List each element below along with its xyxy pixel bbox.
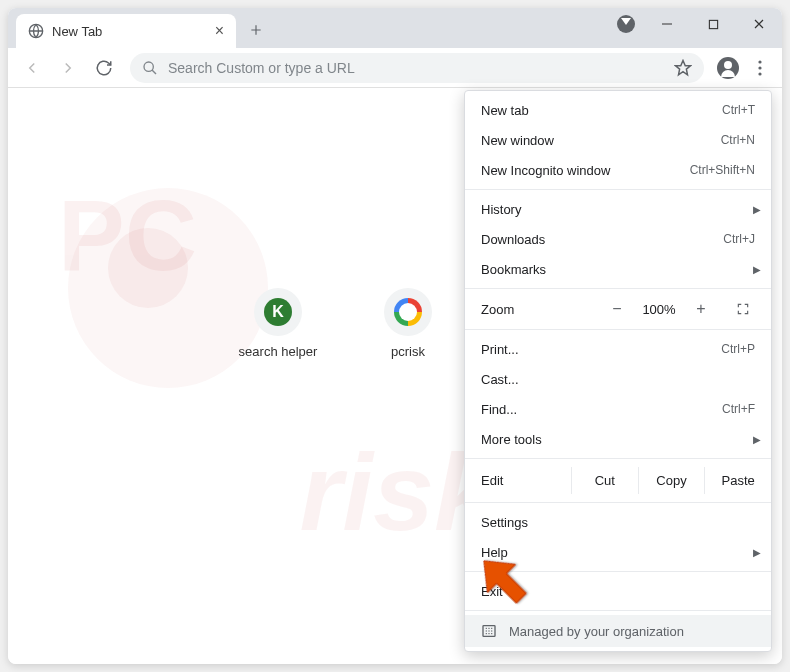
maximize-button[interactable] — [690, 8, 736, 40]
menu-print[interactable]: Print... Ctrl+P — [465, 334, 771, 364]
search-icon — [142, 60, 158, 76]
shortcut-label: search helper — [239, 344, 318, 359]
svg-point-2 — [144, 62, 153, 71]
menu-new-tab[interactable]: New tab Ctrl+T — [465, 95, 771, 125]
menu-separator — [465, 288, 771, 289]
new-tab-button[interactable] — [242, 16, 270, 44]
menu-downloads[interactable]: Downloads Ctrl+J — [465, 224, 771, 254]
chevron-right-icon: ▶ — [753, 434, 761, 445]
building-icon — [481, 623, 497, 639]
menu-new-window[interactable]: New window Ctrl+N — [465, 125, 771, 155]
forward-button[interactable] — [52, 52, 84, 84]
menu-find[interactable]: Find... Ctrl+F — [465, 394, 771, 424]
profile-button[interactable] — [714, 54, 742, 82]
close-tab-icon[interactable]: × — [215, 22, 224, 40]
menu-edit: Edit Cut Copy Paste — [465, 463, 771, 498]
svg-point-5 — [758, 72, 761, 75]
search-tabs-icon[interactable] — [608, 8, 644, 40]
browser-window: New Tab × — [8, 8, 782, 664]
shortcut-icon — [384, 288, 432, 336]
svg-rect-1 — [709, 20, 717, 28]
zoom-in-button[interactable]: + — [689, 297, 713, 321]
menu-separator — [465, 502, 771, 503]
tab-active[interactable]: New Tab × — [16, 14, 236, 48]
reload-button[interactable] — [88, 52, 120, 84]
fullscreen-icon[interactable] — [731, 297, 755, 321]
menu-separator — [465, 458, 771, 459]
menu-help[interactable]: Help ▶ — [465, 537, 771, 567]
menu-separator — [465, 189, 771, 190]
menu-more-tools[interactable]: More tools ▶ — [465, 424, 771, 454]
close-window-button[interactable] — [736, 8, 782, 40]
menu-separator — [465, 329, 771, 330]
tab-title: New Tab — [52, 24, 102, 39]
omnibox[interactable]: Search Custom or type a URL — [130, 53, 704, 83]
shortcut-search-helper[interactable]: K search helper — [228, 288, 328, 359]
svg-point-3 — [758, 60, 761, 63]
window-controls — [608, 8, 782, 40]
edit-paste-button[interactable]: Paste — [704, 467, 771, 494]
menu-bookmarks[interactable]: Bookmarks ▶ — [465, 254, 771, 284]
shortcuts-row: K search helper pcrisk — [228, 288, 458, 359]
menu-zoom: Zoom − 100% + — [465, 293, 771, 325]
bookmark-star-icon[interactable] — [674, 59, 692, 77]
menu-separator — [465, 571, 771, 572]
omnibox-placeholder: Search Custom or type a URL — [168, 60, 355, 76]
main-menu-button[interactable] — [746, 54, 774, 82]
chevron-right-icon: ▶ — [753, 264, 761, 275]
menu-separator — [465, 610, 771, 611]
toolbar: Search Custom or type a URL — [8, 48, 782, 88]
zoom-value: 100% — [637, 302, 681, 317]
shortcut-label: pcrisk — [391, 344, 425, 359]
minimize-button[interactable] — [644, 8, 690, 40]
zoom-out-button[interactable]: − — [605, 297, 629, 321]
menu-exit[interactable]: Exit — [465, 576, 771, 606]
svg-point-4 — [758, 66, 761, 69]
shortcut-icon: K — [254, 288, 302, 336]
main-menu-dropdown: New tab Ctrl+T New window Ctrl+N New Inc… — [464, 90, 772, 652]
menu-settings[interactable]: Settings — [465, 507, 771, 537]
globe-icon — [28, 23, 44, 39]
menu-history[interactable]: History ▶ — [465, 194, 771, 224]
chevron-right-icon: ▶ — [753, 547, 761, 558]
menu-incognito[interactable]: New Incognito window Ctrl+Shift+N — [465, 155, 771, 185]
menu-managed-by-org[interactable]: Managed by your organization — [465, 615, 771, 647]
back-button[interactable] — [16, 52, 48, 84]
menu-cast[interactable]: Cast... — [465, 364, 771, 394]
titlebar: New Tab × — [8, 8, 782, 48]
avatar-icon — [717, 57, 739, 79]
shortcut-pcrisk[interactable]: pcrisk — [358, 288, 458, 359]
edit-cut-button[interactable]: Cut — [571, 467, 638, 494]
chevron-right-icon: ▶ — [753, 204, 761, 215]
edit-copy-button[interactable]: Copy — [638, 467, 705, 494]
